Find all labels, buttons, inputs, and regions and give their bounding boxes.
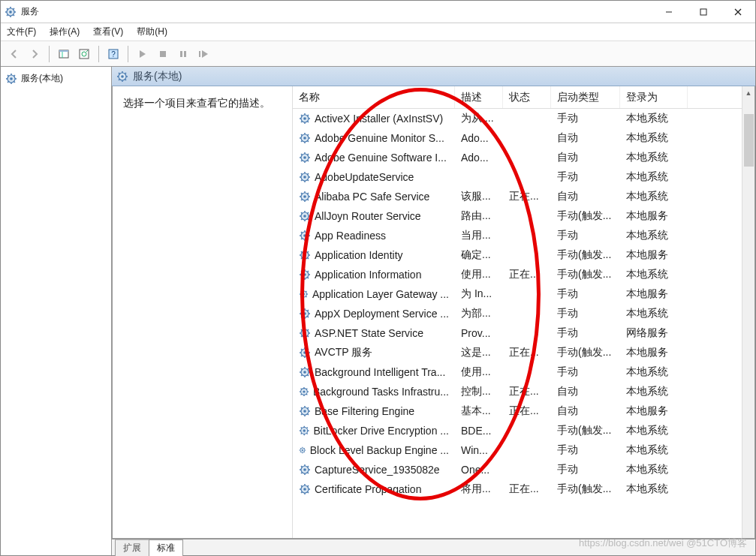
table-row[interactable]: AllJoyn Router Service路由...手动(触发...本地服务 [293, 206, 754, 226]
pause-service-button[interactable] [174, 45, 192, 63]
tree-root-node[interactable]: 服务(本地) [1, 70, 111, 87]
service-name-cell: Background Intelligent Tra... [293, 366, 455, 378]
show-hide-pane-button[interactable] [55, 45, 73, 63]
service-name: BitLocker Drive Encryption ... [313, 425, 449, 437]
minimize-button[interactable] [652, 1, 686, 23]
table-row[interactable]: Alibaba PC Safe Service该服...正在...自动本地系统 [293, 187, 754, 206]
service-desc: One... [455, 464, 503, 476]
service-start: 手动(触发... [551, 424, 620, 437]
service-desc: 路由... [455, 209, 503, 223]
service-name: App Readiness [315, 230, 386, 242]
help-button[interactable]: ? [104, 45, 122, 63]
table-row[interactable]: Adobe Genuine Software I...Ado...自动本地系统 [293, 148, 754, 167]
table-row[interactable]: Background Intelligent Tra...使用...手动本地系统 [293, 362, 754, 382]
gear-icon [299, 171, 311, 183]
menu-view[interactable]: 查看(V) [93, 26, 123, 38]
vertical-scrollbar[interactable]: ▲ [742, 86, 754, 538]
service-logon: 网络服务 [620, 326, 688, 340]
service-name: Background Intelligent Tra... [315, 366, 445, 378]
service-logon: 本地系统 [620, 385, 688, 398]
table-row[interactable]: CaptureService_1935082eOne...手动本地系统 [293, 460, 754, 479]
start-service-button[interactable] [134, 45, 152, 63]
col-desc[interactable]: 描述 [455, 86, 503, 108]
table-row[interactable]: Certificate Propagation将用...正在...手动(触发..… [293, 479, 754, 499]
toolbar: ? [1, 41, 755, 67]
table-row[interactable]: Application Layer Gateway ...为 In...手动本地… [293, 284, 754, 304]
table-row[interactable]: AppX Deployment Service ...为部...手动本地系统 [293, 304, 754, 323]
table-row[interactable]: BitLocker Drive Encryption ...BDE...手动(触… [293, 421, 754, 440]
gear-icon [299, 113, 311, 125]
service-desc: 这是... [455, 346, 503, 359]
service-name: Background Tasks Infrastru... [313, 386, 449, 398]
tabstrip: 扩展 标准 [112, 539, 755, 555]
scroll-up-icon[interactable]: ▲ [742, 86, 754, 99]
col-start[interactable]: 启动类型 [551, 86, 620, 108]
menu-action[interactable]: 操作(A) [50, 26, 80, 38]
service-desc: 该服... [455, 190, 503, 203]
service-status: 正在... [503, 346, 551, 359]
export-list-button[interactable] [75, 45, 93, 63]
col-status[interactable]: 状态 [503, 86, 551, 108]
gear-icon [299, 483, 311, 495]
service-start: 手动(触发... [551, 268, 620, 281]
gear-icon [299, 405, 311, 417]
stop-service-button[interactable] [154, 45, 172, 63]
tab-extended[interactable]: 扩展 [115, 539, 149, 556]
service-status: 正在... [503, 190, 551, 203]
table-row[interactable]: ASP.NET State ServiceProv...手动网络服务 [293, 323, 754, 343]
service-logon: 本地系统 [620, 365, 688, 379]
svg-rect-24 [199, 51, 200, 57]
service-desc: 使用... [455, 268, 503, 281]
service-name-cell: ASP.NET State Service [293, 327, 455, 339]
menu-help[interactable]: 帮助(H) [137, 26, 167, 38]
table-row[interactable]: AdobeUpdateService手动本地系统 [293, 167, 754, 187]
table-row[interactable]: Background Tasks Infrastru...控制...正在...自… [293, 382, 754, 401]
tab-standard[interactable]: 标准 [149, 539, 183, 556]
gear-icon [299, 191, 311, 203]
service-start: 自动 [551, 404, 620, 418]
service-list: 名称 描述 状态 启动类型 登录为 ActiveX Installer (AxI… [293, 86, 754, 538]
service-name-cell: Certificate Propagation [293, 483, 455, 495]
service-name-cell: BitLocker Drive Encryption ... [293, 425, 455, 437]
toolbar-sep-3 [128, 46, 128, 62]
scrollbar-thumb[interactable] [744, 114, 754, 167]
service-desc: Prov... [455, 327, 503, 339]
maximize-button[interactable] [686, 1, 721, 23]
service-desc: 控制... [455, 385, 503, 398]
table-row[interactable]: ActiveX Installer (AxInstSV)为从 ...手动本地系统 [293, 109, 754, 128]
service-name: CaptureService_1935082e [315, 464, 440, 476]
service-desc: Ado... [455, 152, 503, 164]
svg-rect-16 [59, 50, 68, 52]
service-desc: 基本... [455, 404, 503, 418]
service-start: 手动 [551, 229, 620, 242]
restart-service-button[interactable] [194, 45, 212, 63]
service-start: 手动 [551, 307, 620, 320]
description-panel: 选择一个项目来查看它的描述。 [113, 86, 293, 538]
close-button[interactable] [721, 1, 755, 23]
col-logon[interactable]: 登录为 [620, 86, 688, 108]
gear-icon [5, 73, 17, 85]
table-row[interactable]: AVCTP 服务这是...正在...手动(触发...本地服务 [293, 343, 754, 362]
table-row[interactable]: Block Level Backup Engine ...Win...手动本地系… [293, 440, 754, 460]
service-name-cell: Base Filtering Engine [293, 405, 455, 417]
back-button[interactable] [5, 45, 23, 63]
service-name-cell: AVCTP 服务 [293, 346, 455, 359]
service-name-cell: AllJoyn Router Service [293, 210, 455, 222]
table-row[interactable]: Adobe Genuine Monitor S...Ado...自动本地系统 [293, 128, 754, 148]
service-desc: 为部... [455, 307, 503, 320]
service-start: 手动 [551, 287, 620, 301]
service-name-cell: ActiveX Installer (AxInstSV) [293, 113, 455, 125]
col-name[interactable]: 名称 [293, 86, 455, 108]
service-logon: 本地系统 [620, 131, 688, 145]
service-desc: 当用... [455, 229, 503, 242]
table-row[interactable]: Application Identity确定...手动(触发...本地服务 [293, 245, 754, 265]
table-row[interactable]: App Readiness当用...手动本地系统 [293, 226, 754, 245]
service-logon: 本地服务 [620, 287, 688, 301]
table-row[interactable]: Application Information使用...正在...手动(触发..… [293, 265, 754, 284]
table-row[interactable]: Base Filtering Engine基本...正在...自动本地服务 [293, 401, 754, 421]
menu-file[interactable]: 文件(F) [7, 26, 36, 38]
forward-button[interactable] [26, 45, 44, 63]
titlebar: 服务 [1, 1, 755, 23]
service-start: 自动 [551, 190, 620, 203]
window: 服务 文件(F) 操作(A) 查看(V) 帮助(H) ? 服务(本地) [0, 0, 756, 556]
